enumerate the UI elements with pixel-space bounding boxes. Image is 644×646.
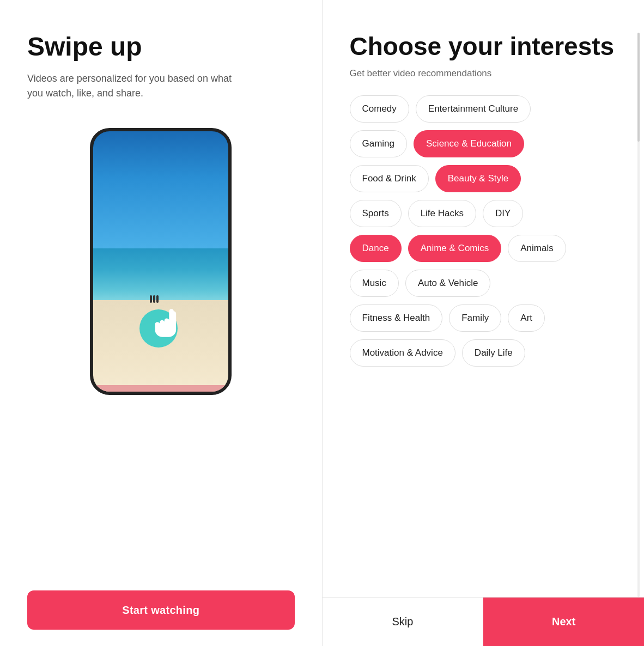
- swipe-gesture: [131, 318, 186, 339]
- right-panel: Choose your interests Get better video r…: [323, 0, 645, 646]
- phone-bottom-bar: [93, 385, 228, 392]
- tag-life-hacks[interactable]: Life Hacks: [408, 200, 476, 227]
- tag-motivation-advice[interactable]: Motivation & Advice: [350, 339, 455, 367]
- figure-2: [153, 295, 155, 303]
- tag-music[interactable]: Music: [350, 270, 399, 297]
- interest-row-5: Dance Anime & Comics Animals: [350, 235, 617, 262]
- tag-gaming[interactable]: Gaming: [350, 130, 408, 157]
- tag-fitness-health[interactable]: Fitness & Health: [350, 304, 443, 332]
- phone-mockup: [90, 128, 232, 395]
- interests-area: Comedy Entertainment Culture Gaming Scie…: [350, 95, 617, 646]
- figure-1: [150, 295, 152, 303]
- skip-button[interactable]: Skip: [323, 598, 484, 646]
- right-subtitle: Get better video recommendations: [350, 68, 617, 79]
- interest-row-2: Gaming Science & Education: [350, 130, 617, 157]
- right-title: Choose your interests: [350, 33, 617, 60]
- phone-container: [27, 128, 295, 646]
- tag-family[interactable]: Family: [449, 304, 501, 332]
- beach-water: [93, 248, 228, 301]
- interest-row-6: Music Auto & Vehicle: [350, 270, 617, 297]
- beach-sky: [93, 131, 228, 248]
- figure-3: [156, 295, 159, 303]
- tag-science-education[interactable]: Science & Education: [414, 130, 524, 157]
- phone-screen: [93, 131, 228, 392]
- tag-entertainment-culture[interactable]: Entertainment Culture: [416, 95, 531, 123]
- left-subtitle: Videos are personalized for you based on…: [27, 71, 234, 101]
- interest-row-1: Comedy Entertainment Culture: [350, 95, 617, 123]
- next-button[interactable]: Next: [483, 598, 644, 646]
- interest-row-4: Sports Life Hacks DIY: [350, 200, 617, 227]
- tag-dance[interactable]: Dance: [350, 235, 402, 262]
- tag-animals[interactable]: Animals: [508, 235, 566, 262]
- interest-row-7: Fitness & Health Family Art: [350, 304, 617, 332]
- tag-food-drink[interactable]: Food & Drink: [350, 165, 429, 192]
- left-title: Swipe up: [27, 33, 142, 62]
- interest-row-8: Motivation & Advice Daily Life: [350, 339, 617, 367]
- tag-beauty-style[interactable]: Beauty & Style: [435, 165, 521, 192]
- tag-comedy[interactable]: Comedy: [350, 95, 409, 123]
- tag-art[interactable]: Art: [508, 304, 545, 332]
- tag-auto-vehicle[interactable]: Auto & Vehicle: [405, 270, 491, 297]
- start-watching-button[interactable]: Start watching: [27, 590, 295, 630]
- hand-icon: [148, 307, 186, 339]
- scrollbar-thumb[interactable]: [637, 33, 640, 142]
- interest-row-3: Food & Drink Beauty & Style: [350, 165, 617, 192]
- tag-sports[interactable]: Sports: [350, 200, 402, 227]
- beach-figures: [150, 295, 159, 303]
- left-panel: Swipe up Videos are personalized for you…: [0, 0, 322, 646]
- bottom-buttons: Skip Next: [323, 597, 645, 646]
- scrollbar[interactable]: [637, 33, 640, 597]
- tag-anime-comics[interactable]: Anime & Comics: [408, 235, 502, 262]
- tag-diy[interactable]: DIY: [483, 200, 523, 227]
- tag-daily-life[interactable]: Daily Life: [462, 339, 525, 367]
